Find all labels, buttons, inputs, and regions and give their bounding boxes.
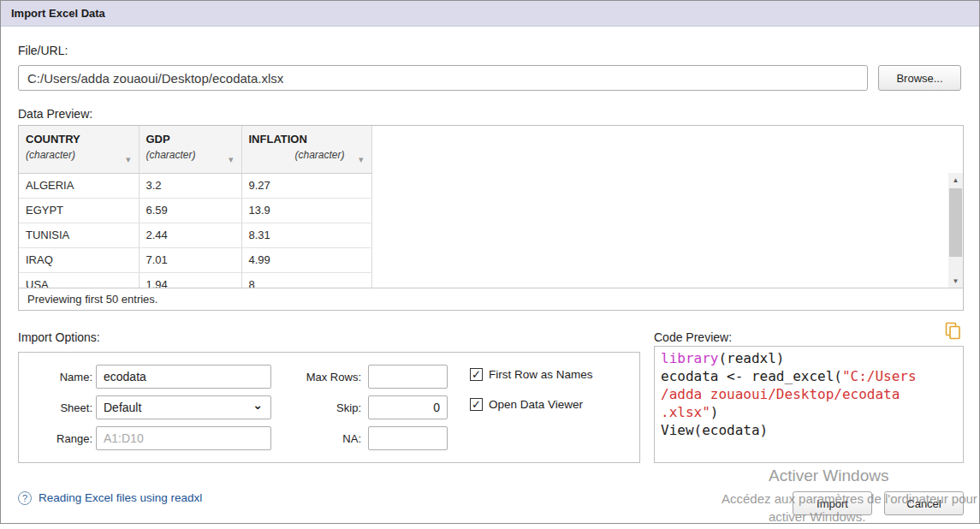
- skip-input[interactable]: [368, 395, 448, 419]
- column-menu-caret-icon[interactable]: ▾: [126, 154, 131, 165]
- sheet-label: Sheet:: [22, 401, 92, 414]
- table-header-row: COUNTRY (character) ▾ GDP (character) ▾ …: [19, 126, 371, 173]
- data-preview-label: Data Preview:: [18, 107, 92, 121]
- cell: 9.27: [241, 173, 371, 198]
- cell: 4.99: [241, 247, 371, 272]
- open-data-viewer-checkbox[interactable]: ✓ Open Data Viewer: [470, 398, 583, 411]
- range-input[interactable]: [96, 426, 271, 450]
- checkbox-label: First Row as Names: [489, 368, 593, 381]
- browse-button[interactable]: Browse...: [878, 65, 961, 91]
- cell: 3.2: [139, 173, 241, 198]
- column-type: (character): [242, 149, 371, 161]
- data-preview-panel: COUNTRY (character) ▾ GDP (character) ▾ …: [18, 125, 964, 311]
- code-token-keyword: library: [661, 350, 718, 366]
- column-header-gdp[interactable]: GDP (character) ▾: [139, 126, 241, 173]
- cancel-button[interactable]: Cancel: [884, 491, 964, 515]
- file-url-label: File/URL:: [18, 44, 68, 57]
- cell: 13.9: [241, 198, 371, 223]
- preview-scrollbar[interactable]: ▲ ▼: [948, 173, 963, 288]
- sheet-select[interactable]: Default ⌄: [96, 395, 271, 419]
- checkbox-check-icon: ✓: [470, 368, 483, 381]
- scrollbar-thumb[interactable]: [949, 188, 962, 257]
- name-input[interactable]: [96, 365, 271, 389]
- import-button[interactable]: Import: [793, 491, 872, 515]
- range-label: Range:: [22, 432, 92, 445]
- cell: USA: [19, 272, 139, 288]
- checkbox-label: Open Data Viewer: [489, 398, 583, 411]
- dialog-title: Import Excel Data: [11, 7, 105, 20]
- table-row: USA 1.94 8: [19, 272, 371, 288]
- cell: TUNISIA: [19, 223, 139, 247]
- column-header-country[interactable]: COUNTRY (character) ▾: [19, 126, 139, 173]
- table-row: TUNISIA 2.44 8.31: [19, 223, 371, 247]
- cell: 8.31: [241, 223, 371, 247]
- data-preview-table: COUNTRY (character) ▾ GDP (character) ▾ …: [19, 126, 963, 288]
- table-row: ALGERIA 3.2 9.27: [19, 173, 371, 198]
- first-row-as-names-checkbox[interactable]: ✓ First Row as Names: [470, 368, 593, 381]
- help-link[interactable]: Reading Excel files using readxl: [39, 491, 202, 504]
- cell: 1.94: [139, 272, 241, 288]
- preview-note: Previewing first 50 entries.: [19, 288, 963, 310]
- max-rows-input[interactable]: [368, 365, 448, 389]
- cell: 2.44: [139, 223, 241, 247]
- table-row: IRAQ 7.01 4.99: [19, 247, 371, 272]
- copy-code-icon[interactable]: [945, 322, 961, 343]
- checkbox-check-icon: ✓: [470, 398, 483, 411]
- cell: 7.01: [139, 247, 241, 272]
- import-options-panel: Name: Sheet: Default ⌄ Range: Max Rows: …: [18, 352, 640, 463]
- code-preview-label: Code Preview:: [654, 330, 732, 344]
- column-type: (character): [19, 149, 139, 161]
- import-excel-dialog: Import Excel Data File/URL: Browse... Da…: [0, 0, 980, 524]
- table-row: EGYPT 6.59 13.9: [19, 198, 371, 223]
- column-name: GDP: [140, 126, 241, 146]
- na-label: NA:: [282, 432, 361, 445]
- dialog-titlebar: Import Excel Data: [1, 1, 979, 27]
- column-header-inflation[interactable]: INFLATION (character) ▾: [241, 126, 371, 173]
- help-icon[interactable]: ?: [18, 491, 32, 505]
- max-rows-label: Max Rows:: [282, 371, 361, 383]
- select-chevron-icon: ⌄: [252, 394, 263, 416]
- scroll-down-icon[interactable]: ▼: [948, 274, 963, 288]
- cell: ALGERIA: [19, 173, 139, 198]
- cell: 6.59: [139, 198, 241, 223]
- name-label: Name:: [22, 371, 92, 383]
- scroll-up-icon[interactable]: ▲: [948, 173, 963, 187]
- cell: IRAQ: [19, 247, 139, 272]
- cell: EGYPT: [19, 198, 139, 223]
- code-preview: library(readxl) ecodata <- read_excel("C…: [654, 346, 964, 463]
- file-url-input[interactable]: [18, 65, 868, 91]
- skip-label: Skip:: [282, 401, 361, 414]
- column-menu-caret-icon[interactable]: ▾: [229, 154, 234, 165]
- sheet-select-value: Default: [104, 401, 141, 414]
- column-name: INFLATION: [242, 126, 371, 146]
- column-name: COUNTRY: [19, 126, 139, 146]
- import-options-label: Import Options:: [18, 330, 100, 344]
- cell: 8: [241, 272, 371, 288]
- na-input[interactable]: [368, 426, 448, 450]
- column-type: (character): [140, 149, 241, 161]
- column-menu-caret-icon[interactable]: ▾: [359, 154, 364, 165]
